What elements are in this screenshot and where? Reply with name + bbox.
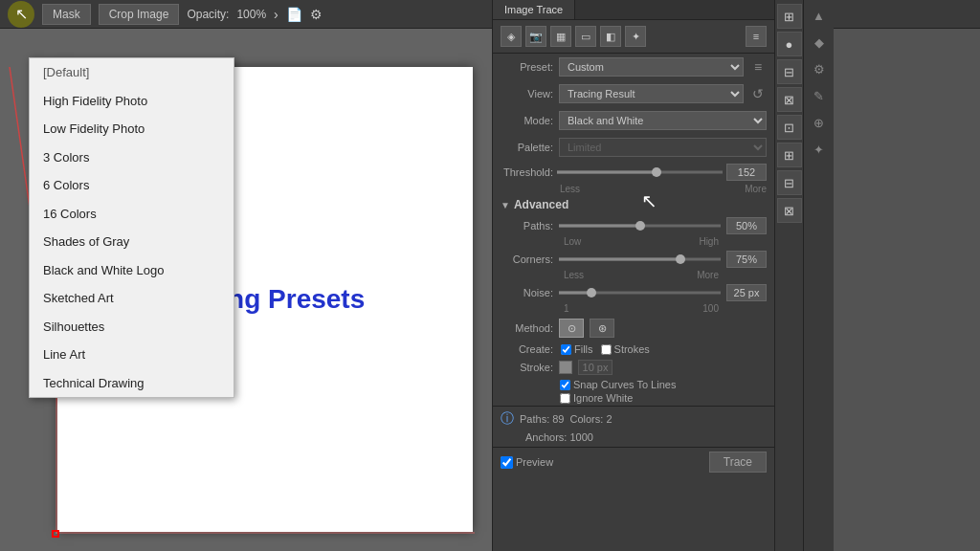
ignore-white-label: Ignore White xyxy=(573,392,633,404)
threshold-slider[interactable] xyxy=(557,165,723,179)
view-label: View: xyxy=(501,88,553,99)
preset-item-6-colors[interactable]: 6 Colors xyxy=(30,171,234,200)
panel-icons-row: ◈ 📷 ▦ ▭ ◧ ✦ ≡ xyxy=(493,20,774,54)
noise-value[interactable]: 25 px xyxy=(726,284,767,301)
panel-tab-bar: Image Trace xyxy=(493,0,774,20)
side-tool-brushes[interactable]: ⊠ xyxy=(777,198,802,223)
method-btn-1[interactable]: ⊙ xyxy=(559,319,584,338)
advanced-title: Advanced xyxy=(514,198,568,211)
preset-item-line-art[interactable]: Line Art xyxy=(30,341,234,369)
threshold-value[interactable]: 152 xyxy=(726,164,767,181)
toolbar-icon-2[interactable]: ⚙ xyxy=(310,7,323,22)
threshold-hint: Less More xyxy=(493,184,774,194)
extra-tool-2[interactable]: ◆ xyxy=(808,31,831,54)
side-tool-transform[interactable]: ⊠ xyxy=(777,87,802,112)
snap-curves-option[interactable]: Snap Curves To Lines xyxy=(560,379,767,390)
create-label: Create: xyxy=(501,343,553,355)
side-tool-pathfinder[interactable]: ⊡ xyxy=(777,115,802,140)
ignore-white-option[interactable]: Ignore White xyxy=(560,392,767,404)
info-icon: ⓘ xyxy=(501,410,514,428)
method-btn-2[interactable]: ⊛ xyxy=(590,319,614,338)
extra-tool-1[interactable]: ▲ xyxy=(808,4,831,27)
crop-image-button[interactable]: Crop Image xyxy=(99,4,180,25)
paths-slider[interactable] xyxy=(559,219,721,232)
preset-list-button[interactable]: ≡ xyxy=(749,58,767,76)
stroke-label: Stroke: xyxy=(501,362,553,373)
side-tool-layers[interactable]: ⊞ xyxy=(777,4,802,29)
image-trace-tab[interactable]: Image Trace xyxy=(493,0,575,19)
mask-button[interactable]: Mask xyxy=(42,4,91,25)
side-toolbar: ⊞ ● ⊟ ⊠ ⊡ ⊞ ⊟ ⊠ xyxy=(774,0,803,551)
grid-icon[interactable]: ▦ xyxy=(550,26,571,47)
extra-tool-5[interactable]: ⊕ xyxy=(808,111,831,134)
noise-min: 1 xyxy=(564,303,569,314)
preset-item-3-colors[interactable]: 3 Colors xyxy=(30,143,234,172)
arrow-button[interactable]: › xyxy=(274,7,278,22)
noise-label: Noise: xyxy=(501,287,553,298)
extra-tool-4[interactable]: ✎ xyxy=(808,84,831,107)
method-row: Method: ⊙ ⊛ xyxy=(493,316,774,341)
trace-button[interactable]: Trace xyxy=(709,452,767,473)
mode-label: Mode: xyxy=(501,115,553,126)
snap-curves-checkbox[interactable] xyxy=(560,380,570,390)
preset-item-sketched-art[interactable]: Sketched Art xyxy=(30,284,234,313)
paths-value[interactable]: 50% xyxy=(726,217,767,234)
corners-value[interactable]: 75% xyxy=(726,251,767,268)
rect-icon[interactable]: ▭ xyxy=(575,26,596,47)
threshold-less: Less xyxy=(560,184,580,194)
view-refresh-button[interactable]: ↺ xyxy=(749,85,767,102)
preset-dropdown-menu: [Default] High Fidelity Photo Low Fideli… xyxy=(29,57,234,398)
extra-tool-3[interactable]: ⚙ xyxy=(808,57,831,80)
preset-item-black-white-logo[interactable]: Black and White Logo xyxy=(30,256,234,285)
threshold-row: Threshold: 152 xyxy=(493,161,774,184)
stroke-swatch xyxy=(559,361,572,374)
anchors-info: Anchors: 1000 xyxy=(525,431,593,443)
noise-slider[interactable] xyxy=(559,286,721,299)
silhouette-icon[interactable]: ✦ xyxy=(625,26,646,47)
view-select[interactable]: Tracing Result xyxy=(559,84,744,103)
strokes-label: Strokes xyxy=(614,343,650,355)
noise-max: 100 xyxy=(702,303,719,314)
advanced-section-header[interactable]: ▼ Advanced xyxy=(493,194,774,215)
strokes-checkbox-label[interactable]: Strokes xyxy=(601,343,650,355)
options-row: Snap Curves To Lines Ignore White xyxy=(493,377,774,406)
preset-item-high-fidelity[interactable]: High Fidelity Photo xyxy=(30,87,234,116)
corners-slider[interactable] xyxy=(559,253,721,266)
auto-color-icon[interactable]: ◈ xyxy=(501,26,522,47)
side-tool-appearance[interactable]: ● xyxy=(777,32,802,56)
paths-low: Low xyxy=(564,236,581,247)
preset-label: Preset: xyxy=(501,61,553,73)
half-rect-icon[interactable]: ◧ xyxy=(600,26,621,47)
photo-icon[interactable]: 📷 xyxy=(525,26,546,47)
fills-label: Fills xyxy=(574,343,593,355)
toolbar-icon-1[interactable]: 📄 xyxy=(286,7,302,22)
corners-row: Corners: 75% Less More xyxy=(493,249,774,282)
preset-select[interactable]: Custom xyxy=(559,57,744,77)
threshold-label: Threshold: xyxy=(501,166,553,178)
stroke-row: Stroke: 10 px xyxy=(493,358,774,377)
preset-item-default[interactable]: [Default] xyxy=(30,58,234,87)
side-tool-align[interactable]: ⊟ xyxy=(777,59,802,84)
preview-option[interactable]: Preview xyxy=(501,456,553,469)
preset-item-16-colors[interactable]: 16 Colors xyxy=(30,200,234,229)
preset-item-shades-of-gray[interactable]: Shades of Gray xyxy=(30,228,234,256)
fills-checkbox-label[interactable]: Fills xyxy=(561,343,593,355)
bottom-row: Preview Trace xyxy=(493,447,774,476)
corners-less: Less xyxy=(564,270,584,280)
preset-item-technical-drawing[interactable]: Technical Drawing xyxy=(30,369,234,398)
strokes-checkbox[interactable] xyxy=(601,344,612,355)
fills-checkbox[interactable] xyxy=(561,344,571,355)
opacity-value: 100% xyxy=(236,8,266,21)
mode-select[interactable]: Black and White xyxy=(559,111,767,130)
side-tool-links[interactable]: ⊞ xyxy=(777,143,802,167)
mode-row: Mode: Black and White xyxy=(493,107,774,134)
side-tool-stroke[interactable]: ⊟ xyxy=(777,170,802,195)
ignore-white-checkbox[interactable] xyxy=(560,393,570,404)
preview-checkbox[interactable] xyxy=(501,456,513,469)
preset-item-low-fidelity[interactable]: Low Fidelity Photo xyxy=(30,115,234,143)
cursor-tool[interactable]: ↖ xyxy=(8,1,34,28)
canvas-area: Tracing Presets [Default] High Fidelity … xyxy=(0,29,492,551)
list-icon[interactable]: ≡ xyxy=(746,26,767,47)
preset-item-silhouettes[interactable]: Silhouettes xyxy=(30,313,234,342)
extra-tool-6[interactable]: ✦ xyxy=(808,138,831,161)
